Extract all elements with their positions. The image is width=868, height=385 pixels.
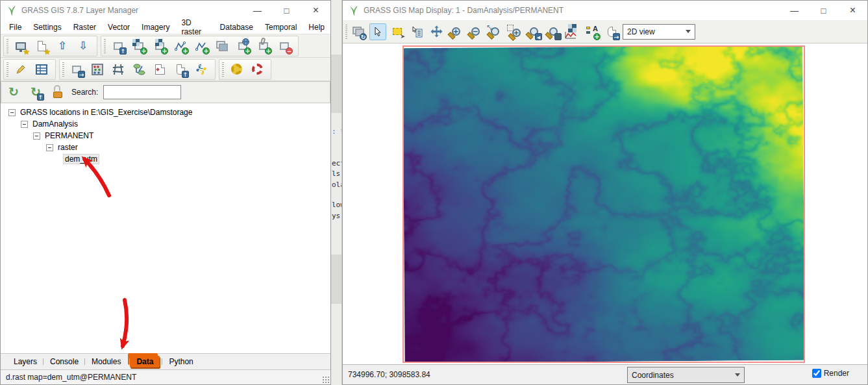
save-display-to-file-icon[interactable] [603, 23, 620, 40]
statusbar-mode-combobox[interactable]: Coordinates [627, 367, 745, 383]
zoom-to-extent-icon[interactable]: ⤡ [486, 23, 503, 40]
menu-imagery[interactable]: Imagery [136, 21, 175, 33]
collapse-expander-icon[interactable] [46, 144, 53, 151]
render-label: Render [824, 369, 849, 378]
status-command-text: d.rast map=dem_utm@PERMANENT [6, 373, 136, 382]
menu-temporal[interactable]: Temporal [259, 21, 303, 33]
layer-manager-window: GRASS GIS 7.8.7 Layer Manager — □ × File… [0, 0, 331, 385]
run-script-icon[interactable] [172, 61, 189, 78]
background-window-scrollbar [331, 255, 341, 304]
background-text-fragment: ola [332, 180, 342, 189]
map-display-statusbar: 734996.70; 3098583.84 Coordinates Render [343, 364, 867, 384]
collapse-expander-icon[interactable] [8, 109, 16, 116]
zoom-options-icon[interactable] [545, 23, 562, 40]
previous-zoom-icon[interactable] [525, 23, 542, 40]
toolbar-grip[interactable] [104, 39, 106, 53]
gui-help-icon[interactable] [249, 61, 266, 78]
open-workspace-icon[interactable]: ⇧ [54, 38, 71, 55]
menu-database[interactable]: Database [214, 21, 259, 33]
raster-map-calculator-icon[interactable] [89, 61, 106, 78]
map-canvas-area[interactable] [343, 43, 867, 364]
toolbar-grip[interactable] [222, 62, 224, 77]
cartographic-composer-icon[interactable] [151, 61, 168, 78]
minimize-button[interactable]: — [243, 1, 272, 20]
add-various-raster-layers-icon[interactable] [151, 38, 168, 55]
edit-vector-maps-icon[interactable] [12, 61, 29, 78]
menu-file[interactable]: File [3, 21, 27, 33]
maximize-button[interactable]: □ [809, 1, 838, 20]
layer-manager-titlebar[interactable]: GRASS GIS 7.8.7 Layer Manager — □ × [1, 1, 330, 20]
tree-item-label: raster [56, 143, 79, 152]
toolbar-grip[interactable] [62, 62, 64, 77]
import-data-icon[interactable] [68, 61, 85, 78]
add-web-service-layer-icon[interactable] [234, 38, 251, 55]
map-display-titlebar[interactable]: GRASS GIS Map Display: 1 - DamAnalysis/P… [343, 1, 867, 20]
search-input[interactable] [103, 85, 181, 99]
graphical-modeler-icon[interactable] [130, 61, 147, 78]
show-attribute-table-icon[interactable] [33, 61, 50, 78]
tab-console[interactable]: Console [43, 356, 85, 367]
georectifier-icon[interactable] [110, 61, 127, 78]
toolbar-grip[interactable] [6, 62, 8, 77]
background-window-strip: : * ect ls. ola low ys [331, 0, 342, 385]
tree-item-damanalysis[interactable]: DamAnalysis [1, 118, 330, 130]
background-text-fragment: low [332, 201, 342, 209]
add-layer-group-icon[interactable] [214, 38, 230, 55]
new-map-display-icon[interactable]: ★ [12, 38, 29, 55]
query-maps-icon[interactable] [408, 23, 425, 40]
select-features-icon[interactable]: ➤ [389, 23, 406, 40]
create-new-workspace-icon[interactable]: ★ [33, 38, 50, 55]
pointer-tool-icon[interactable] [369, 23, 386, 40]
remove-layer-icon[interactable] [276, 38, 293, 55]
tab-data[interactable]: Data [130, 356, 160, 367]
menu-help[interactable]: Help [303, 21, 330, 33]
python-shell-icon[interactable] [193, 61, 210, 78]
tree-item-permanent[interactable]: PERMANENT [1, 130, 330, 142]
analyze-map-icon[interactable] [564, 23, 581, 40]
tab-python[interactable]: Python [162, 356, 199, 367]
reload-locations-icon[interactable]: ↻ [5, 84, 22, 101]
unlock-mapset-icon[interactable] [49, 84, 66, 101]
maximize-button[interactable]: □ [272, 1, 301, 20]
re-render-display-icon[interactable] [350, 23, 367, 40]
resize-grip[interactable] [322, 376, 329, 383]
close-button[interactable]: × [301, 1, 330, 20]
collapse-expander-icon[interactable] [33, 132, 40, 140]
map-display-window: GRASS GIS Map Display: 1 - DamAnalysis/P… [342, 0, 868, 385]
view-mode-value: 2D view [627, 27, 655, 36]
chevron-down-icon [686, 30, 691, 33]
add-raster-layer-icon[interactable] [130, 38, 147, 55]
view-mode-combobox[interactable]: 2D view [623, 24, 695, 40]
reload-current-mapset-icon[interactable]: ↻ [27, 84, 44, 101]
add-vector-layer-icon[interactable] [172, 38, 189, 55]
computational-region-border [403, 45, 805, 363]
zoom-in-icon[interactable]: + [447, 23, 464, 40]
toolbar-grip[interactable] [345, 25, 347, 39]
dem-raster-map[interactable] [403, 45, 804, 363]
zoom-to-region-icon[interactable]: + [506, 23, 523, 40]
tree-item-raster[interactable]: raster [1, 142, 330, 153]
tab-layers[interactable]: Layers [7, 356, 43, 367]
tab-modules[interactable]: Modules [85, 356, 127, 367]
save-workspace-icon[interactable]: ⇩ [75, 38, 92, 55]
gui-settings-icon[interactable] [228, 61, 245, 78]
layer-manager-statusbar: d.rast map=dem_utm@PERMANENT [1, 369, 330, 384]
minimize-button[interactable]: — [780, 1, 809, 20]
menu-raster[interactable]: Raster [68, 21, 102, 33]
zoom-out-icon[interactable]: − [467, 23, 484, 40]
close-button[interactable]: × [838, 1, 867, 20]
tree-item-grass-locations[interactable]: GRASS locations in E:\GIS_Exercise\Damst… [1, 106, 330, 118]
background-text-fragment: : * [332, 127, 342, 136]
menu-settings[interactable]: Settings [27, 21, 67, 33]
pan-icon[interactable] [428, 23, 445, 40]
add-map-elements-icon[interactable]: A [584, 23, 601, 40]
statusbar-mode-value: Coordinates [632, 371, 674, 380]
menu-vector[interactable]: Vector [102, 21, 136, 33]
add-multiple-layers-icon[interactable] [110, 38, 127, 55]
render-checkbox[interactable] [812, 369, 821, 378]
tree-item-dem-utm[interactable]: dem_utm [1, 153, 330, 165]
collapse-expander-icon[interactable] [21, 121, 28, 128]
toolbar-grip[interactable] [6, 39, 8, 53]
add-various-vector-layers-icon[interactable] [193, 38, 210, 55]
add-overlay-layer-icon[interactable] [255, 38, 272, 55]
